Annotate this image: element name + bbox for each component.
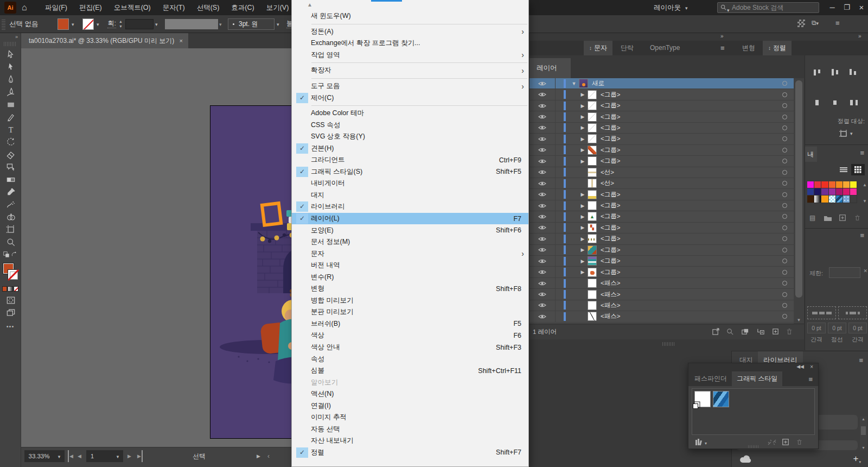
color-swatch[interactable] <box>843 195 850 203</box>
layer-label[interactable]: <그룹> <box>601 113 782 121</box>
visibility-eye-icon[interactable] <box>529 300 556 311</box>
paintbrush-tool[interactable] <box>0 111 21 123</box>
menu-item[interactable]: 이미지 추적 <box>292 412 528 424</box>
color-swatch[interactable] <box>829 188 836 195</box>
artboard-tool[interactable] <box>0 223 21 236</box>
tab-character[interactable]: ↕문자 <box>584 41 612 55</box>
expand-chevron-icon[interactable]: ▶ <box>579 192 586 197</box>
collapse-toolbar-icon[interactable]: » <box>0 33 21 41</box>
layer-target-circle[interactable] <box>782 292 787 297</box>
menu-item[interactable]: ✓레이어(L)F7 <box>292 213 528 225</box>
screen-mode-icon[interactable] <box>0 306 21 319</box>
expand-chevron-icon[interactable]: ▶ <box>579 92 586 97</box>
color-swatch[interactable] <box>836 188 843 195</box>
layer-label[interactable]: <그룹> <box>601 224 782 232</box>
menu-item[interactable]: 색상 안내Shift+F3 <box>292 342 528 354</box>
rectangle-tool[interactable] <box>0 98 21 111</box>
menubar-item[interactable]: 문자(T) <box>157 0 191 15</box>
menu-item[interactable]: 색상F6 <box>292 330 528 342</box>
layer-thumbnail[interactable]: ▚ <box>588 223 597 232</box>
layer-target-circle[interactable] <box>782 181 787 186</box>
layer-target-circle[interactable] <box>782 314 787 319</box>
menu-item[interactable]: 버전 내역 <box>292 260 528 272</box>
last-artboard-icon[interactable]: ▶ <box>137 450 143 462</box>
layer-thumbnail[interactable] <box>579 79 588 88</box>
collapse-panels-icon[interactable]: » <box>720 33 724 39</box>
stroke-none-swatch[interactable] <box>8 269 18 280</box>
shape-builder-tool[interactable] <box>0 211 21 223</box>
layer-thumbnail[interactable] <box>588 312 597 321</box>
layer-row[interactable]: ▼새로 <box>529 78 794 89</box>
swap-fill-stroke-icon[interactable] <box>10 249 18 260</box>
menu-item[interactable]: 대지 <box>292 190 528 201</box>
color-swatch[interactable] <box>836 195 843 203</box>
expand-chevron-icon[interactable]: ▶ <box>579 269 586 275</box>
graphic-style-crystal[interactable] <box>713 391 729 407</box>
panel-menu-icon[interactable]: ≡ <box>808 375 813 383</box>
layer-row[interactable]: ▶▚<그룹> <box>529 223 794 234</box>
expand-chevron-icon[interactable]: ▶ <box>579 147 586 153</box>
menu-item[interactable]: 정돈(A)› <box>292 26 528 38</box>
layer-label[interactable]: <패스> <box>601 301 782 310</box>
new-style-icon[interactable] <box>782 438 789 446</box>
scrollbar-thumb[interactable] <box>795 80 802 298</box>
add-library-item-button[interactable]: + <box>853 453 861 464</box>
scroll-down-icon[interactable]: ▼ <box>863 199 867 204</box>
expand-chevron-icon[interactable]: ▶ <box>579 159 586 164</box>
toolbar-grip[interactable] <box>4 42 17 46</box>
first-artboard-icon[interactable]: ◀ <box>68 450 73 462</box>
visibility-eye-icon[interactable] <box>529 156 556 166</box>
layer-target-circle[interactable] <box>782 258 787 263</box>
layer-label[interactable]: <그룹> <box>601 157 782 165</box>
chevron-down-icon[interactable]: ▾ <box>72 22 74 27</box>
visibility-eye-icon[interactable] <box>529 111 556 122</box>
color-swatch[interactable] <box>807 188 814 195</box>
limit-colors-icon[interactable]: ▤ <box>809 214 815 222</box>
visibility-eye-icon[interactable] <box>529 189 556 199</box>
layer-label[interactable]: 새로 <box>592 79 782 87</box>
layer-target-circle[interactable] <box>782 148 787 153</box>
layer-row[interactable]: <선> <box>529 167 794 178</box>
artboard-number[interactable]: 1 <box>86 450 112 462</box>
distribute-left-icon[interactable] <box>812 98 822 108</box>
menu-item[interactable]: CSS 속성 <box>292 119 528 131</box>
tab-opentype[interactable]: OpenType <box>644 41 685 55</box>
menu-item[interactable]: 작업 영역› <box>292 49 528 61</box>
eyedropper-tool[interactable] <box>0 186 21 198</box>
layer-target-circle[interactable] <box>782 248 787 253</box>
menubar-item[interactable]: 오브젝트(O) <box>108 0 157 15</box>
locate-object-icon[interactable] <box>726 327 734 336</box>
layer-target-circle[interactable] <box>782 225 787 230</box>
grid-view-toggle[interactable] <box>851 164 865 175</box>
layer-target-circle[interactable] <box>782 103 787 108</box>
expand-chevron-icon[interactable]: ▶ <box>579 103 586 109</box>
expand-chevron-icon[interactable]: ▶ <box>579 258 586 264</box>
layer-thumbnail[interactable]: ▲ <box>588 212 597 221</box>
menu-item[interactable]: ✓제어(C) <box>292 92 528 104</box>
layer-thumbnail[interactable] <box>588 168 597 177</box>
layer-label[interactable]: <그룹> <box>601 102 782 110</box>
collapse-left-icon[interactable]: ‹ <box>267 450 270 462</box>
menu-item[interactable]: 심볼Shift+Ctrl+F11 <box>292 365 528 377</box>
cloud-sync-icon[interactable] <box>739 455 752 463</box>
layer-target-circle[interactable] <box>782 281 787 286</box>
drawing-mode-icon[interactable] <box>0 294 21 306</box>
menu-item[interactable]: 모양(E)Shift+F6 <box>292 224 528 236</box>
expand-chevron-icon[interactable]: ▼ <box>570 81 578 86</box>
panel-resize-grip[interactable] <box>748 445 759 448</box>
visibility-eye-icon[interactable] <box>529 145 556 155</box>
menu-item[interactable]: 변형Shift+F8 <box>292 283 528 295</box>
brush-definition-dropdown[interactable]: 3pt. 원 <box>228 18 275 30</box>
menu-item[interactable]: 속성 <box>292 353 528 365</box>
layer-row[interactable]: ▶<그룹> <box>529 111 794 122</box>
expand-chevron-icon[interactable]: ▶ <box>579 125 586 130</box>
stroke-weight-input[interactable] <box>125 19 154 29</box>
color-swatch[interactable] <box>807 181 814 188</box>
menu-item[interactable]: 병합 미리보기 <box>292 295 528 307</box>
tab-pathfinder[interactable]: 패스파인더 <box>690 371 732 386</box>
visibility-eye-icon[interactable] <box>529 200 556 211</box>
menu-item[interactable]: 자동 선택 <box>292 424 528 436</box>
layer-row[interactable]: ▶<그룹> <box>529 200 794 211</box>
tab-align[interactable]: ↕정렬 <box>763 41 792 55</box>
visibility-eye-icon[interactable] <box>529 211 556 222</box>
